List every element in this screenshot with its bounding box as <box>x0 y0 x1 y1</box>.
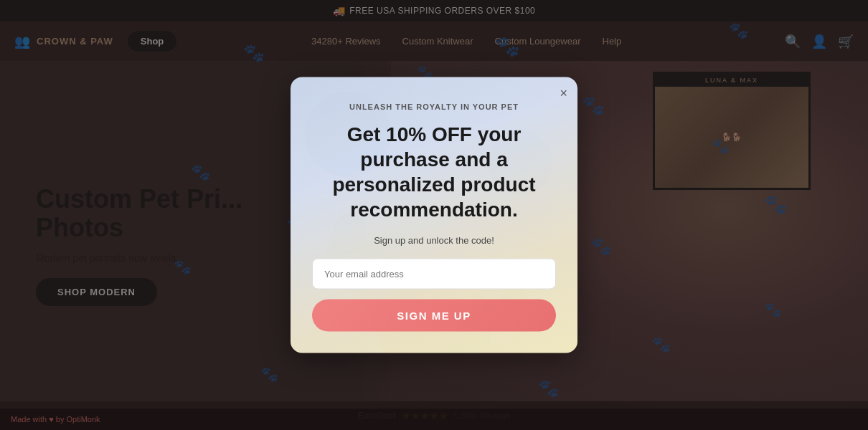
email-input[interactable] <box>312 259 556 290</box>
modal-subtitle: UNLEASH THE ROYALTY IN YOUR PET <box>349 102 519 111</box>
modal-close-button[interactable]: × <box>560 86 567 101</box>
modal-popup: × UNLEASH THE ROYALTY IN YOUR PET Get 10… <box>291 77 577 353</box>
sign-me-up-button[interactable]: SIGN ME UP <box>312 300 556 332</box>
modal-description: Sign up and unlock the code! <box>374 235 494 246</box>
modal-title: Get 10% OFF your purchase and a personal… <box>312 122 556 222</box>
background-page: 🚚 FREE USA SHIPPING ORDERS OVER $100 👥 C… <box>0 0 868 430</box>
